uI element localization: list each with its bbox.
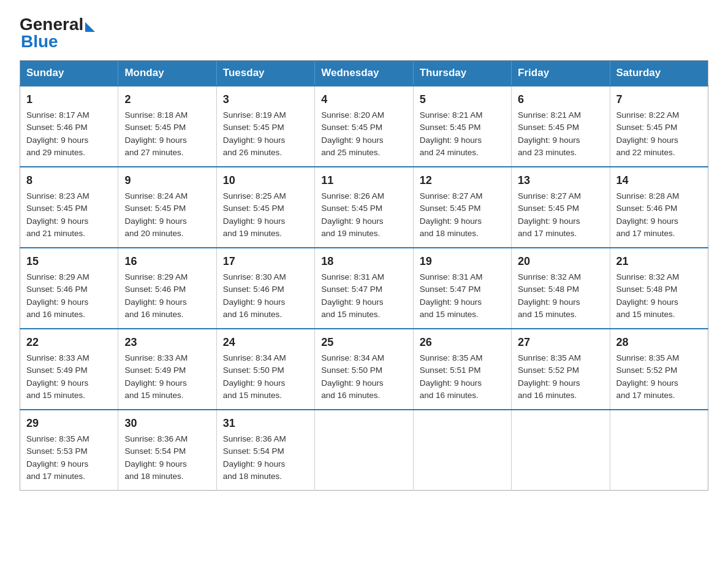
day-number: 19 xyxy=(420,253,505,270)
calendar-cell: 10Sunrise: 8:25 AMSunset: 5:45 PMDayligh… xyxy=(216,167,314,248)
daylight-info: Daylight: 9 hoursand 15 minutes. xyxy=(321,297,383,319)
day-number: 15 xyxy=(26,253,112,270)
sunrise-info: Sunrise: 8:31 AM xyxy=(420,272,483,282)
calendar-cell: 14Sunrise: 8:28 AMSunset: 5:46 PMDayligh… xyxy=(610,167,708,248)
sunset-info: Sunset: 5:48 PM xyxy=(616,285,678,294)
day-number: 29 xyxy=(26,415,112,432)
calendar-cell: 29Sunrise: 8:35 AMSunset: 5:53 PMDayligh… xyxy=(20,410,118,491)
weekday-header-friday: Friday xyxy=(512,61,610,86)
weekday-header-wednesday: Wednesday xyxy=(315,61,413,86)
daylight-info: Daylight: 9 hoursand 16 minutes. xyxy=(321,378,383,400)
calendar-cell: 30Sunrise: 8:36 AMSunset: 5:54 PMDayligh… xyxy=(118,410,216,491)
weekday-header-thursday: Thursday xyxy=(413,61,511,86)
sunset-info: Sunset: 5:45 PM xyxy=(518,204,579,213)
sunrise-info: Sunrise: 8:28 AM xyxy=(616,191,680,201)
weekday-header-monday: Monday xyxy=(118,61,216,86)
calendar-cell: 11Sunrise: 8:26 AMSunset: 5:45 PMDayligh… xyxy=(315,167,413,248)
calendar-cell: 25Sunrise: 8:34 AMSunset: 5:50 PMDayligh… xyxy=(315,329,413,410)
weekday-header-row: SundayMondayTuesdayWednesdayThursdayFrid… xyxy=(20,61,708,86)
page-header: General Blue xyxy=(20,15,708,50)
calendar-week-row-4: 22Sunrise: 8:33 AMSunset: 5:49 PMDayligh… xyxy=(20,329,708,410)
sunset-info: Sunset: 5:45 PM xyxy=(124,204,186,213)
calendar-cell: 4Sunrise: 8:20 AMSunset: 5:45 PMDaylight… xyxy=(315,86,413,167)
calendar-cell: 13Sunrise: 8:27 AMSunset: 5:45 PMDayligh… xyxy=(512,167,610,248)
calendar-cell: 18Sunrise: 8:31 AMSunset: 5:47 PMDayligh… xyxy=(315,248,413,329)
daylight-info: Daylight: 9 hoursand 15 minutes. xyxy=(223,378,285,400)
sunset-info: Sunset: 5:50 PM xyxy=(321,366,382,375)
sunrise-info: Sunrise: 8:30 AM xyxy=(223,272,286,282)
sunrise-info: Sunrise: 8:19 AM xyxy=(223,110,286,120)
day-number: 12 xyxy=(420,172,505,189)
calendar-cell: 3Sunrise: 8:19 AMSunset: 5:45 PMDaylight… xyxy=(216,86,314,167)
calendar-cell: 16Sunrise: 8:29 AMSunset: 5:46 PMDayligh… xyxy=(118,248,216,329)
sunset-info: Sunset: 5:45 PM xyxy=(321,204,382,213)
sunset-info: Sunset: 5:45 PM xyxy=(223,123,284,132)
sunset-info: Sunset: 5:46 PM xyxy=(616,204,678,213)
day-number: 26 xyxy=(420,334,505,351)
day-number: 22 xyxy=(26,334,112,351)
sunrise-info: Sunrise: 8:21 AM xyxy=(518,110,581,120)
sunset-info: Sunset: 5:52 PM xyxy=(616,366,678,375)
day-number: 10 xyxy=(223,172,308,189)
daylight-info: Daylight: 9 hoursand 22 minutes. xyxy=(616,136,678,157)
day-number: 6 xyxy=(518,91,603,108)
calendar-table: SundayMondayTuesdayWednesdayThursdayFrid… xyxy=(20,60,708,491)
daylight-info: Daylight: 9 hoursand 15 minutes. xyxy=(26,378,88,400)
calendar-cell: 19Sunrise: 8:31 AMSunset: 5:47 PMDayligh… xyxy=(413,248,511,329)
calendar-cell: 5Sunrise: 8:21 AMSunset: 5:45 PMDaylight… xyxy=(413,86,511,167)
daylight-info: Daylight: 9 hoursand 15 minutes. xyxy=(616,297,678,319)
sunrise-info: Sunrise: 8:17 AM xyxy=(26,110,89,120)
day-number: 28 xyxy=(616,334,702,351)
calendar-cell: 23Sunrise: 8:33 AMSunset: 5:49 PMDayligh… xyxy=(118,329,216,410)
calendar-cell: 2Sunrise: 8:18 AMSunset: 5:45 PMDaylight… xyxy=(118,86,216,167)
sunrise-info: Sunrise: 8:32 AM xyxy=(518,272,581,282)
daylight-info: Daylight: 9 hoursand 20 minutes. xyxy=(124,216,186,238)
daylight-info: Daylight: 9 hoursand 17 minutes. xyxy=(518,216,580,238)
day-number: 7 xyxy=(616,91,702,108)
day-number: 4 xyxy=(321,91,406,108)
sunset-info: Sunset: 5:52 PM xyxy=(518,366,579,375)
sunset-info: Sunset: 5:45 PM xyxy=(420,204,481,213)
daylight-info: Daylight: 9 hoursand 16 minutes. xyxy=(223,297,285,319)
calendar-cell: 6Sunrise: 8:21 AMSunset: 5:45 PMDaylight… xyxy=(512,86,610,167)
sunrise-info: Sunrise: 8:23 AM xyxy=(26,191,89,201)
calendar-week-row-2: 8Sunrise: 8:23 AMSunset: 5:45 PMDaylight… xyxy=(20,167,708,248)
day-number: 20 xyxy=(518,253,603,270)
sunrise-info: Sunrise: 8:32 AM xyxy=(616,272,680,282)
logo-blue-text: Blue xyxy=(20,33,95,50)
day-number: 3 xyxy=(223,91,308,108)
sunset-info: Sunset: 5:45 PM xyxy=(616,123,678,132)
daylight-info: Daylight: 9 hoursand 19 minutes. xyxy=(321,216,383,238)
calendar-cell: 7Sunrise: 8:22 AMSunset: 5:45 PMDaylight… xyxy=(610,86,708,167)
sunrise-info: Sunrise: 8:33 AM xyxy=(124,353,188,362)
day-number: 13 xyxy=(518,172,603,189)
calendar-cell: 24Sunrise: 8:34 AMSunset: 5:50 PMDayligh… xyxy=(216,329,314,410)
daylight-info: Daylight: 9 hoursand 16 minutes. xyxy=(518,378,580,400)
calendar-cell: 31Sunrise: 8:36 AMSunset: 5:54 PMDayligh… xyxy=(216,410,314,491)
sunset-info: Sunset: 5:54 PM xyxy=(124,446,186,456)
day-number: 11 xyxy=(321,172,406,189)
sunrise-info: Sunrise: 8:34 AM xyxy=(321,353,384,362)
sunset-info: Sunset: 5:45 PM xyxy=(321,123,382,132)
day-number: 14 xyxy=(616,172,702,189)
daylight-info: Daylight: 9 hoursand 24 minutes. xyxy=(420,136,482,157)
sunrise-info: Sunrise: 8:26 AM xyxy=(321,191,384,201)
calendar-week-row-5: 29Sunrise: 8:35 AMSunset: 5:53 PMDayligh… xyxy=(20,410,708,491)
calendar-cell: 20Sunrise: 8:32 AMSunset: 5:48 PMDayligh… xyxy=(512,248,610,329)
weekday-header-saturday: Saturday xyxy=(610,61,708,86)
sunset-info: Sunset: 5:46 PM xyxy=(223,285,284,294)
sunrise-info: Sunrise: 8:18 AM xyxy=(124,110,188,120)
daylight-info: Daylight: 9 hoursand 16 minutes. xyxy=(420,378,482,400)
day-number: 5 xyxy=(420,91,505,108)
logo: General Blue xyxy=(20,15,95,50)
calendar-cell: 26Sunrise: 8:35 AMSunset: 5:51 PMDayligh… xyxy=(413,329,511,410)
daylight-info: Daylight: 9 hoursand 27 minutes. xyxy=(124,136,186,157)
calendar-week-row-3: 15Sunrise: 8:29 AMSunset: 5:46 PMDayligh… xyxy=(20,248,708,329)
calendar-cell: 1Sunrise: 8:17 AMSunset: 5:46 PMDaylight… xyxy=(20,86,118,167)
daylight-info: Daylight: 9 hoursand 17 minutes. xyxy=(616,216,678,238)
sunset-info: Sunset: 5:47 PM xyxy=(321,285,382,294)
sunrise-info: Sunrise: 8:25 AM xyxy=(223,191,286,201)
daylight-info: Daylight: 9 hoursand 19 minutes. xyxy=(223,216,285,238)
daylight-info: Daylight: 9 hoursand 23 minutes. xyxy=(518,136,580,157)
calendar-cell: 12Sunrise: 8:27 AMSunset: 5:45 PMDayligh… xyxy=(413,167,511,248)
